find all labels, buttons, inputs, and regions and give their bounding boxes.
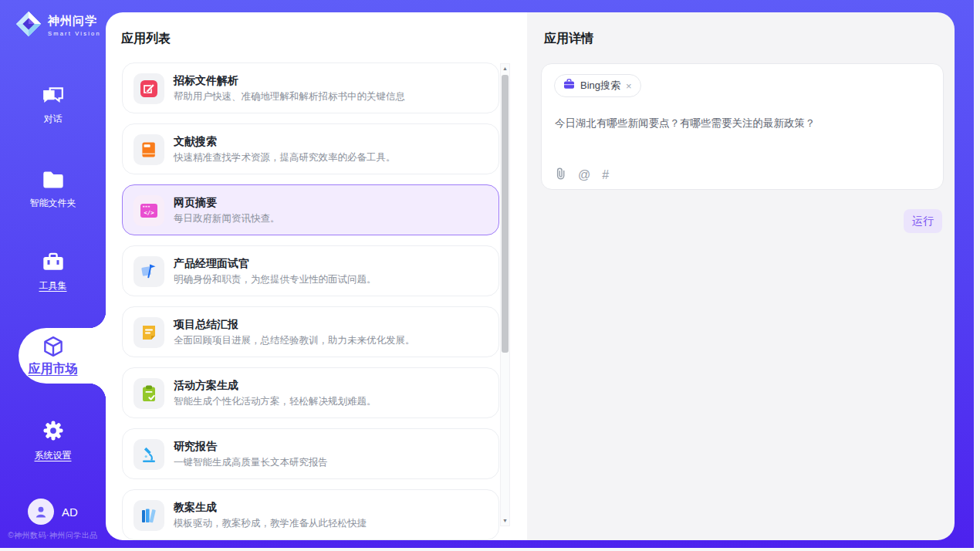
app-card-literature-search[interactable]: 文献搜索 快速精准查找学术资源，提高研究效率的必备工具。 — [122, 123, 499, 174]
run-button[interactable]: 运行 — [904, 209, 942, 233]
app-card-desc: 全面回顾项目进展，总结经验教训，助力未来优化发展。 — [174, 334, 415, 347]
app-card-event-plan[interactable]: 活动方案生成 智能生成个性化活动方案，轻松解决规划难题。 — [122, 367, 499, 418]
app-card-project-summary[interactable]: 项目总结汇报 全面回顾项目进展，总结经验教训，助力未来优化发展。 — [122, 306, 499, 357]
sidebar-item-app-market[interactable]: 应用市场 — [19, 328, 106, 384]
scroll-up-icon[interactable]: ▲ — [501, 64, 509, 73]
brand-logo: 神州问学 Smart Vision — [14, 9, 101, 42]
app-card-desc: 帮助用户快速、准确地理解和解析招标书中的关键信息 — [174, 90, 405, 103]
topic-button[interactable]: # — [602, 168, 609, 182]
microscope-icon — [133, 439, 164, 470]
hash-icon: # — [602, 168, 609, 181]
app-card-title: 产品经理面试官 — [174, 257, 249, 271]
brand-name: 神州问学 — [48, 14, 97, 27]
books-icon — [133, 500, 164, 531]
interviewer-flag-icon — [133, 256, 164, 287]
scroll-down-icon[interactable]: ▼ — [501, 516, 509, 526]
brand-subtitle: Smart Vision — [48, 30, 101, 37]
sidebar-item-smart-folders[interactable]: 智能文件夹 — [0, 170, 106, 210]
sidebar-item-label: 工具集 — [0, 279, 106, 292]
attach-file-button[interactable] — [555, 167, 566, 184]
app-detail-title: 应用详情 — [544, 31, 593, 47]
sidebar-item-label: 系统设置 — [0, 449, 106, 462]
scrollbar-thumb[interactable] — [502, 75, 509, 353]
app-card-desc: 每日政府新闻资讯快查。 — [174, 212, 280, 225]
folder-icon — [42, 179, 65, 192]
main-content: 应用列表 招标文件解析 帮助用户快速、准确地理解和解析招标书中的关键信息 — [106, 12, 955, 540]
literature-book-icon — [133, 134, 164, 165]
query-input[interactable]: 今日湖北有哪些新闻要点？有哪些需要关注的最新政策？ — [555, 117, 925, 130]
toolbox-icon — [42, 262, 65, 275]
cube-icon — [42, 335, 65, 361]
sidebar: 神州问学 Smart Vision 对话 智能文件夹 — [0, 0, 106, 548]
at-icon: @ — [578, 168, 590, 181]
copyright-footer: ©神州数码·神州问学出品 — [0, 530, 106, 541]
app-window: 神州问学 Smart Vision 对话 智能文件夹 — [0, 0, 980, 551]
app-card-title: 活动方案生成 — [174, 379, 238, 393]
diamond-logo-icon — [14, 9, 43, 42]
sidebar-item-settings[interactable]: 系统设置 — [0, 419, 106, 462]
briefcase-icon — [563, 79, 575, 93]
app-card-desc: 明确身份和职责，为您提供专业性的面试问题。 — [174, 273, 377, 286]
gear-icon — [42, 431, 65, 445]
app-card-lesson-plan[interactable]: 教案生成 模板驱动，教案秒成，教学准备从此轻松快捷 — [122, 489, 499, 540]
svg-text:</>: </> — [144, 209, 155, 216]
prompt-card: Bing搜索 × 今日湖北有哪些新闻要点？有哪些需要关注的最新政策？ @ — [541, 63, 944, 190]
list-scrollbar[interactable]: ▲ ▼ — [500, 63, 510, 526]
avatar — [28, 499, 54, 525]
note-icon — [133, 317, 164, 348]
sidebar-item-label: 智能文件夹 — [0, 197, 106, 210]
input-toolbar: @ # — [555, 167, 609, 184]
app-card-desc: 模板驱动，教案秒成，教学准备从此轻松快捷 — [174, 517, 367, 530]
app-card-research-report[interactable]: 研究报告 一键智能生成高质量长文本研究报告 — [122, 428, 499, 479]
sidebar-item-label: 对话 — [0, 113, 106, 126]
app-list-title: 应用列表 — [121, 31, 171, 47]
sidebar-item-chat[interactable]: 对话 — [0, 86, 106, 126]
app-card-list: 招标文件解析 帮助用户快速、准确地理解和解析招标书中的关键信息 文献搜索 快速精… — [122, 63, 499, 540]
user-account[interactable]: AD — [28, 499, 78, 525]
app-card-title: 研究报告 — [174, 440, 217, 454]
bid-parse-icon — [133, 73, 164, 104]
app-card-title: 项目总结汇报 — [174, 318, 238, 332]
paperclip-icon — [555, 170, 566, 183]
webpage-code-icon: </> — [133, 195, 164, 226]
sidebar-item-label: 应用市场 — [29, 361, 78, 377]
app-card-title: 网页摘要 — [174, 196, 217, 210]
user-initials: AD — [62, 505, 78, 519]
app-card-title: 教案生成 — [174, 501, 217, 515]
app-card-title: 招标文件解析 — [174, 74, 238, 88]
tool-tag-label: Bing搜索 — [580, 79, 620, 93]
app-card-pm-interviewer[interactable]: 产品经理面试官 明确身份和职责，为您提供专业性的面试问题。 — [122, 245, 499, 296]
chat-icon — [42, 95, 65, 108]
app-card-desc: 快速精准查找学术资源，提高研究效率的必备工具。 — [174, 151, 396, 164]
app-card-bid-parse[interactable]: 招标文件解析 帮助用户快速、准确地理解和解析招标书中的关键信息 — [122, 63, 499, 113]
app-card-desc: 一键智能生成高质量长文本研究报告 — [174, 456, 328, 469]
app-card-webpage-summary[interactable]: </> 网页摘要 每日政府新闻资讯快查。 — [122, 184, 499, 235]
mention-button[interactable]: @ — [578, 168, 590, 182]
app-detail-panel: 应用详情 Bing搜索 × 今日湖北有哪些新闻要点？有哪些需要关注的最新政策？ — [527, 12, 955, 540]
sidebar-item-toolset[interactable]: 工具集 — [0, 252, 106, 292]
tool-tag-bing-search[interactable]: Bing搜索 × — [554, 74, 641, 97]
app-card-desc: 智能生成个性化活动方案，轻松解决规划难题。 — [174, 395, 377, 408]
app-card-title: 文献搜索 — [174, 135, 217, 149]
user-avatar-icon — [33, 504, 49, 519]
app-list-panel: 应用列表 招标文件解析 帮助用户快速、准确地理解和解析招标书中的关键信息 — [106, 12, 527, 540]
close-icon[interactable]: × — [626, 81, 632, 91]
clipboard-check-icon — [133, 378, 164, 409]
